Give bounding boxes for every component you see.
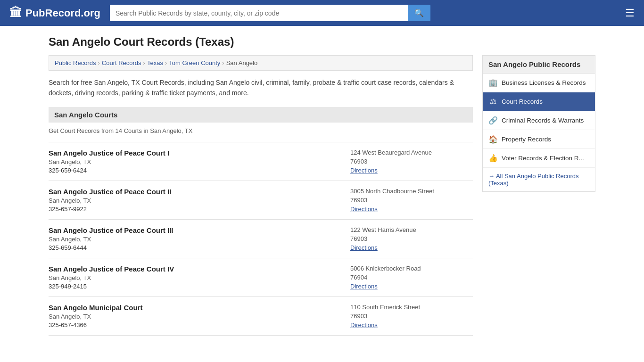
breadcrumb-texas[interactable]: Texas	[147, 59, 163, 66]
sidebar-item-1[interactable]: ⚖ Court Records	[483, 92, 595, 111]
directions-link[interactable]: Directions	[350, 206, 473, 213]
court-info: San Angelo Justice of Peace Court II San…	[49, 188, 341, 213]
sidebar-item-label-4: Voter Records & Election R...	[502, 155, 584, 162]
sidebar-item-label-2: Criminal Records & Warrants	[502, 117, 584, 124]
court-zip: 76903	[350, 197, 473, 204]
court-name: San Angelo Justice of Peace Court IV	[49, 265, 341, 273]
court-address: 122 West Harris Avenue 76903 Directions	[350, 226, 473, 251]
sidebar-item-label-0: Business Licenses & Records	[502, 79, 586, 86]
hamburger-icon: ☰	[625, 7, 635, 19]
court-zip: 76903	[350, 313, 473, 320]
courts-count: Get Court Records from 14 Courts in San …	[49, 127, 473, 134]
court-address: 3005 North Chadbourne Street 76903 Direc…	[350, 188, 473, 213]
site-logo[interactable]: 🏛 PubRecord.org	[9, 6, 100, 20]
search-button[interactable]: 🔍	[408, 5, 430, 21]
court-city: San Angelo, TX	[49, 274, 341, 281]
court-info: San Angelo Municipal Court San Angelo, T…	[49, 304, 341, 329]
sidebar-item-label-3: Property Records	[502, 136, 551, 143]
breadcrumb: Public Records › Court Records › Texas ›…	[49, 55, 473, 71]
court-phone: 325-659-6424	[49, 167, 341, 174]
directions-link[interactable]: Directions	[350, 244, 473, 251]
breadcrumb-sep-1: ›	[98, 59, 99, 66]
court-name: San Angelo Justice of Peace Court II	[49, 188, 341, 196]
court-street: 124 West Beauregard Avenue	[350, 149, 473, 156]
court-info: San Angelo Justice of Peace Court I San …	[49, 149, 341, 174]
court-street: 110 South Emerick Street	[350, 304, 473, 311]
court-name: San Angelo Justice of Peace Court III	[49, 226, 341, 234]
court-zip: 76904	[350, 274, 473, 281]
court-address: 5006 Knickerbocker Road 76904 Directions	[350, 265, 473, 290]
page-title: San Angelo Court Records (Texas)	[49, 35, 595, 49]
menu-button[interactable]: ☰	[625, 7, 635, 19]
sidebar-icon-1: ⚖	[488, 97, 498, 106]
court-phone: 325-659-6444	[49, 244, 341, 251]
logo-text: PubRecord.org	[25, 7, 100, 19]
court-city: San Angelo, TX	[49, 236, 341, 243]
sidebar-item-4[interactable]: 👍 Voter Records & Election R...	[483, 149, 595, 168]
court-entry: San Angelo Justice of Peace Court I San …	[49, 142, 473, 181]
court-entry: San Angelo Municipal Court San Angelo, T…	[49, 296, 473, 336]
left-content: Public Records › Court Records › Texas ›…	[49, 55, 473, 336]
directions-link[interactable]: Directions	[350, 321, 473, 329]
content-layout: Public Records › Court Records › Texas ›…	[49, 55, 595, 336]
court-street: 122 West Harris Avenue	[350, 226, 473, 233]
breadcrumb-court-records[interactable]: Court Records	[102, 59, 141, 66]
court-info: San Angelo Justice of Peace Court IV San…	[49, 265, 341, 290]
directions-link[interactable]: Directions	[350, 283, 473, 290]
breadcrumb-public-records[interactable]: Public Records	[55, 59, 96, 66]
court-city: San Angelo, TX	[49, 197, 341, 204]
sidebar-item-label-1: Court Records	[502, 98, 543, 105]
court-phone: 325-657-9922	[49, 206, 341, 213]
court-name: San Angelo Municipal Court	[49, 304, 341, 312]
court-entry: San Angelo Justice of Peace Court II San…	[49, 181, 473, 219]
search-area: 🔍	[110, 5, 430, 21]
court-street: 3005 North Chadbourne Street	[350, 188, 473, 195]
site-header: 🏛 PubRecord.org 🔍 ☰	[0, 0, 644, 26]
sidebar-icon-2: 🔗	[488, 116, 498, 125]
search-icon: 🔍	[414, 9, 424, 17]
sidebar-nav: 🏢 Business Licenses & Records ⚖ Court Re…	[482, 74, 595, 192]
sidebar-icon-3: 🏠	[488, 135, 498, 144]
breadcrumb-sep-2: ›	[143, 59, 145, 66]
court-zip: 76903	[350, 158, 473, 165]
main-container: San Angelo Court Records (Texas) Public …	[39, 26, 605, 345]
page-description: Search for free San Angelo, TX Court Rec…	[49, 77, 473, 99]
court-address: 124 West Beauregard Avenue 76903 Directi…	[350, 149, 473, 174]
breadcrumb-sep-4: ›	[222, 59, 224, 66]
court-zip: 76903	[350, 235, 473, 242]
sidebar-icon-4: 👍	[488, 154, 498, 163]
court-phone: 325-657-4366	[49, 321, 341, 329]
sidebar-title: San Angelo Public Records	[482, 55, 595, 74]
directions-link[interactable]: Directions	[350, 167, 473, 174]
court-street: 5006 Knickerbocker Road	[350, 265, 473, 272]
logo-icon: 🏛	[9, 6, 22, 20]
court-phone: 325-949-2415	[49, 283, 341, 290]
court-entry: San Angelo Justice of Peace Court IV San…	[49, 258, 473, 296]
sidebar-icon-0: 🏢	[488, 78, 498, 87]
sidebar-item-3[interactable]: 🏠 Property Records	[483, 130, 595, 149]
breadcrumb-sep-3: ›	[165, 59, 167, 66]
court-entry: San Angelo Justice of Peace Court III Sa…	[49, 219, 473, 258]
court-city: San Angelo, TX	[49, 313, 341, 320]
breadcrumb-tom-green-county[interactable]: Tom Green County	[169, 59, 220, 66]
sidebar-item-0[interactable]: 🏢 Business Licenses & Records	[483, 74, 595, 92]
sidebar-all-link[interactable]: → All San Angelo Public Records (Texas)	[483, 168, 595, 191]
court-name: San Angelo Justice of Peace Court I	[49, 149, 341, 157]
section-header: San Angelo Courts	[49, 107, 473, 123]
breadcrumb-san-angelo: San Angelo	[226, 59, 258, 66]
sidebar-item-2[interactable]: 🔗 Criminal Records & Warrants	[483, 111, 595, 130]
court-city: San Angelo, TX	[49, 158, 341, 165]
sidebar: San Angelo Public Records 🏢 Business Lic…	[482, 55, 595, 192]
search-input[interactable]	[110, 5, 408, 21]
courts-list: San Angelo Justice of Peace Court I San …	[49, 142, 473, 336]
court-info: San Angelo Justice of Peace Court III Sa…	[49, 226, 341, 251]
court-address: 110 South Emerick Street 76903 Direction…	[350, 304, 473, 329]
